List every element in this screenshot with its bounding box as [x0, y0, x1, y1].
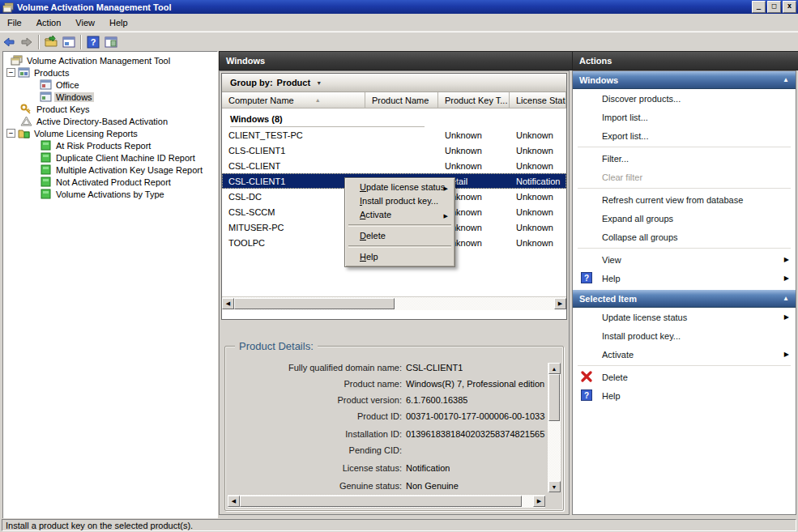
context-menu-activate[interactable]: Activate ▶ — [347, 208, 453, 222]
column-header-computer-name[interactable]: Computer Name▲ — [222, 92, 365, 108]
table-row[interactable]: CSL-CLIENT Unknown Unknown — [222, 158, 566, 173]
cell-key-type: Unknown — [438, 130, 510, 140]
action-install-product-key[interactable]: Install product key... — [573, 326, 796, 345]
action-discover-products[interactable]: Discover products... — [573, 89, 796, 108]
action-help[interactable]: ? Help ▶ — [573, 269, 796, 287]
detail-value: 0139618381840203258374821565763503906832… — [402, 429, 545, 439]
action-collapse-all-groups[interactable]: Collapse all groups — [573, 228, 796, 246]
tree-item-label: Volume Licensing Reports — [32, 129, 139, 138]
list-horizontal-scrollbar[interactable]: ◀ ▶ — [222, 296, 566, 310]
scrollbar-thumb[interactable] — [240, 496, 522, 507]
column-header-license-status[interactable]: License Statu — [510, 92, 566, 108]
detail-row-installation-id: Installation ID: 01396183818402032583748… — [230, 429, 545, 439]
tree-item-ad-activation[interactable]: Active Directory-Based Activation — [3, 115, 217, 127]
cell-computer-name: CLS-CLIENT1 — [222, 146, 365, 155]
collapse-chevron-icon[interactable]: ▲ — [783, 76, 789, 83]
action-import-list[interactable]: Import list... — [573, 108, 796, 126]
cell-license-status: Unknown — [510, 238, 566, 248]
menu-file[interactable]: File — [0, 15, 29, 30]
action-help-selected[interactable]: ? Help — [573, 386, 796, 405]
scroll-right-icon[interactable]: ▶ — [554, 298, 566, 309]
detail-label: Genuine status: — [230, 481, 402, 491]
table-row[interactable]: CLIENT_TEST-PC Unknown Unknown — [222, 127, 566, 143]
forward-icon[interactable] — [18, 34, 36, 50]
detail-row-product-name: Product name: Windows(R) 7, Professional… — [230, 379, 545, 389]
tree-item-volume-licensing-reports[interactable]: − Volume Licensing Reports — [3, 127, 217, 139]
collapse-expander-icon[interactable]: − — [6, 68, 15, 77]
action-activate[interactable]: Activate ▶ — [573, 345, 796, 364]
cell-key-type: Unknown — [438, 161, 510, 171]
products-icon — [18, 67, 30, 78]
tree-item-root[interactable]: Volume Activation Management Tool — [3, 54, 217, 66]
report-icon — [40, 189, 52, 199]
tree-item-duplicate-id-report[interactable]: Duplicate Client Machine ID Report — [3, 151, 217, 164]
tree-item-windows[interactable]: Windows — [3, 91, 217, 103]
tree-item-not-activated-report[interactable]: Not Activated Product Report — [3, 176, 217, 188]
scrollbar-thumb[interactable] — [548, 374, 560, 421]
table-row[interactable]: CLS-CLIENT1 Unknown Unknown — [222, 143, 566, 158]
action-delete[interactable]: Delete — [573, 368, 796, 386]
detail-value: CSL-CLIENT1 — [402, 363, 463, 372]
tree-item-products[interactable]: − Products — [3, 66, 217, 79]
context-menu-update-license-status[interactable]: Update license status ▶ — [347, 181, 453, 194]
tree-item-at-risk-report[interactable]: At Risk Products Report — [3, 139, 217, 151]
group-by-bar[interactable]: Group by: Product ▼ — [222, 74, 566, 92]
help-icon[interactable]: ? — [84, 34, 102, 50]
export-list-icon[interactable] — [42, 34, 60, 50]
action-export-list[interactable]: Export list... — [573, 126, 796, 145]
action-update-license-status[interactable]: Update license status ▶ — [573, 308, 796, 326]
report-icon — [40, 164, 52, 175]
tree-item-office[interactable]: Office — [3, 79, 217, 91]
collapse-chevron-icon[interactable]: ▲ — [783, 295, 789, 302]
minimize-button[interactable]: _ — [752, 1, 766, 13]
menu-action[interactable]: Action — [29, 15, 69, 30]
actions-section-windows-header[interactable]: Windows ▲ — [573, 71, 796, 89]
show-hide-console-tree-icon[interactable] — [102, 34, 120, 50]
cell-computer-name: CLIENT_TEST-PC — [222, 130, 365, 140]
maximize-button[interactable]: □ — [767, 1, 781, 13]
details-vertical-scrollbar[interactable]: ▲ ▼ — [548, 363, 561, 492]
action-expand-all-groups[interactable]: Expand all groups — [573, 209, 796, 228]
scroll-left-icon[interactable]: ◀ — [228, 496, 240, 507]
svg-text:?: ? — [584, 274, 589, 283]
collapse-expander-icon[interactable]: − — [6, 129, 15, 138]
section-title: Windows — [579, 75, 618, 85]
back-icon[interactable] — [0, 34, 18, 50]
cell-license-status: Unknown — [510, 207, 566, 217]
group-by-value[interactable]: Product — [277, 78, 311, 87]
context-menu-help[interactable]: Help — [347, 250, 453, 264]
scroll-left-icon[interactable]: ◀ — [222, 298, 234, 309]
action-filter[interactable]: Filter... — [573, 149, 796, 168]
menu-help[interactable]: Help — [102, 15, 135, 30]
detail-row-pending-cid: Pending CID: — [230, 445, 545, 455]
group-by-dropdown-icon[interactable]: ▼ — [316, 80, 322, 86]
details-horizontal-scrollbar[interactable]: ◀ ▶ — [228, 494, 545, 508]
context-menu-install-product-key[interactable]: Install product key... — [347, 194, 453, 208]
center-pane: Group by: Product ▼ Computer Name▲ Produ… — [219, 70, 570, 515]
column-header-product-name[interactable]: Product Name — [365, 92, 438, 108]
action-refresh-view[interactable]: Refresh current view from database — [573, 190, 796, 209]
scroll-right-icon[interactable]: ▶ — [533, 496, 545, 507]
submenu-arrow-icon: ▶ — [444, 181, 448, 195]
scroll-up-icon[interactable]: ▲ — [548, 363, 561, 374]
tree-item-label: Not Activated Product Report — [54, 177, 173, 187]
scrollbar-thumb[interactable] — [234, 298, 395, 309]
actions-section-selected-item-header[interactable]: Selected Item ▲ — [573, 290, 796, 308]
cell-license-status: Unknown — [510, 146, 566, 155]
tree-item-mak-usage-report[interactable]: Multiple Activation Key Usage Report — [3, 164, 217, 176]
menu-view[interactable]: View — [68, 15, 102, 30]
close-button[interactable]: x — [783, 1, 796, 13]
tree-item-label-selected: Windows — [54, 92, 94, 102]
console-window-icon[interactable] — [60, 34, 78, 50]
column-header-product-key-type[interactable]: Product Key T... — [438, 92, 510, 108]
tree-item-activations-by-type-report[interactable]: Volume Activations by Type — [3, 188, 217, 200]
action-view[interactable]: View ▶ — [573, 250, 796, 269]
tree-item-label: Volume Activation Management Tool — [25, 56, 172, 66]
product-details-fields: Fully qualified domain name: CSL-CLIENT1… — [230, 363, 545, 494]
context-menu-delete[interactable]: Delete — [347, 229, 453, 243]
group-row[interactable]: Windows (8) — [230, 111, 425, 127]
scroll-down-icon[interactable]: ▼ — [548, 481, 561, 492]
submenu-arrow-icon: ▶ — [784, 256, 789, 263]
tree-item-product-keys[interactable]: Product Keys — [3, 103, 217, 115]
actions-separator — [578, 248, 791, 249]
